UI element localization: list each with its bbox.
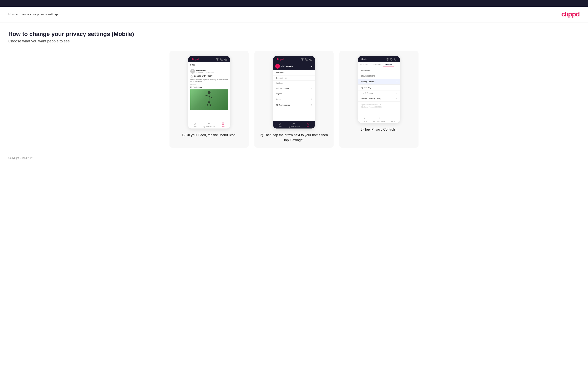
step2-description: 2) Then, tap the arrow next to your name… [259, 133, 329, 143]
menu-overlay: My Profile Connections Settings Help & S… [273, 70, 315, 108]
phone-mockup-2: clippd [273, 56, 315, 128]
svg-point-0 [217, 58, 218, 59]
step1-description: 1) On your Feed, tap the 'Menu' icon. [182, 133, 236, 138]
phone2-logo: clippd [276, 58, 284, 61]
settings-item-myaccount: My Account › [358, 67, 400, 73]
step-2-card: clippd [254, 51, 334, 148]
copyright: Copyright Clippd 2022 [8, 157, 33, 159]
svg-point-13 [302, 58, 303, 59]
phone-mockup-1: clippd Feed [188, 56, 230, 128]
lesson-title: Lesson with Fordy [194, 75, 212, 77]
menu-avatar: B [275, 64, 280, 69]
menu-user-row: B Blair McHarg ∧ [273, 62, 315, 70]
settings-item-dataintegrations: Data Integrations › [358, 73, 400, 79]
logo: clippd [561, 10, 580, 18]
feed-tab: Feed [188, 62, 230, 67]
phone-mockup-3: < Back My Profile [358, 56, 400, 123]
phone1-header: clippd [188, 56, 230, 62]
svg-line-14 [303, 59, 303, 60]
performance-icon [208, 122, 210, 125]
chevron-dataintegrations: › [397, 75, 397, 77]
tab-settings[interactable]: Settings [383, 62, 394, 67]
lesson-duration: Duration [190, 84, 228, 85]
menu-user-left: B Blair McHarg [275, 64, 293, 69]
search-icon [216, 58, 219, 61]
menu-close-icon: ✕ [307, 122, 309, 125]
svg-point-7 [208, 91, 210, 94]
footer3-home: ⌂ Home [358, 117, 372, 122]
ext-icon-help: ↗ [311, 88, 312, 89]
user-icon-2 [305, 58, 308, 61]
svg-line-12 [209, 101, 211, 106]
phone2-body: B Blair McHarg ∧ My Profile Connections [273, 62, 315, 121]
chevron-mygolfbag: › [397, 86, 397, 89]
user-icon-3 [390, 58, 393, 60]
phone3-header: < Back [358, 56, 400, 62]
ext-icon-help3: ↗ [396, 92, 397, 94]
tab-myprofile[interactable]: My Profile [358, 62, 370, 67]
feed-post: B Blair McHarg Yesterday · Sunningdale L… [188, 67, 230, 112]
user-icon [220, 58, 223, 61]
footer: Copyright Clippd 2022 [0, 152, 588, 164]
phone3-back: < Back [361, 58, 366, 60]
version-info: Clippd Client Version: 2022.8.3-3 GQL Se… [358, 102, 400, 110]
tab-connections[interactable]: Connections [370, 62, 383, 67]
header-title: How to change your privacy settings [8, 12, 59, 16]
footer2-home: ⌂ Home [273, 122, 287, 128]
phone2-icons [301, 58, 312, 61]
footer-menu: ☰ Menu [216, 122, 230, 128]
home-icon-3: ⌂ [364, 117, 366, 120]
footer-performance: My Performance [202, 122, 216, 128]
phone3-icons [386, 58, 397, 60]
chevron-privacycontrols: › [397, 81, 397, 83]
menu-item-logout: Logout [273, 91, 315, 96]
performance-icon-2 [293, 122, 295, 125]
post-user-name: Blair McHarg [196, 69, 214, 71]
settings-icon-3 [394, 58, 397, 60]
steps-container: clippd Feed [8, 51, 580, 148]
settings-icon-2 [309, 58, 312, 61]
svg-point-16 [311, 59, 311, 59]
menu-icon: ☰ [222, 122, 224, 125]
golf-image [190, 89, 228, 110]
header: How to change your privacy settings clip… [0, 7, 588, 22]
post-user: B Blair McHarg Yesterday · Sunningdale [190, 69, 228, 74]
home-icon-2: ⌂ [279, 122, 281, 125]
menu-item-myprofile: My Profile [273, 70, 315, 75]
footer3-menu: ☰ Menu [386, 117, 400, 122]
svg-point-4 [225, 58, 226, 60]
svg-line-10 [209, 96, 213, 98]
footer3-performance: My Performance [372, 117, 386, 122]
phone1-body: Feed B Blair McHarg Yesterday · Sunningd… [188, 62, 230, 121]
phone2-footer: ⌂ Home My Performance ✕ Menu [273, 121, 315, 128]
settings-item-privacycontrols: Privacy Controls › [358, 79, 400, 85]
menu-username: Blair McHarg [281, 65, 293, 67]
page-subheading: Choose what you want people to see [8, 39, 580, 43]
main-content: How to change your privacy settings (Mob… [0, 23, 588, 152]
svg-point-20 [395, 59, 396, 59]
menu-icon-3: ☰ [391, 117, 394, 120]
settings-item-mygolfbag: My Golf Bag › [358, 85, 400, 91]
search-icon-3 [386, 58, 389, 60]
lesson-note: Looking to feel like my hands are exitin… [190, 79, 228, 83]
footer2-menu: ✕ Menu [301, 122, 315, 128]
performance-icon-3 [378, 117, 380, 120]
phone3-footer: ⌂ Home My Performance ☰ Menu [358, 115, 400, 123]
step-3-card: < Back My Profile [339, 51, 418, 148]
menu-nav-home: Home ∨ [273, 96, 315, 102]
menu-item-connections: Connections [273, 75, 315, 81]
settings-item-serviceprivacy: Service & Privacy Policy ↗ [358, 96, 400, 102]
footer-home: ⌂ Home [188, 122, 202, 128]
search-icon-2 [301, 58, 304, 61]
top-bar [0, 0, 588, 7]
svg-point-17 [387, 58, 388, 59]
svg-line-1 [218, 59, 218, 60]
svg-line-18 [388, 59, 388, 60]
menu-item-helpsupport: Help & Support ↗ [273, 86, 315, 91]
post-user-sub: Yesterday · Sunningdale [196, 71, 214, 73]
page-heading: How to change your privacy settings (Mob… [8, 31, 580, 37]
svg-point-3 [225, 59, 226, 59]
phone1-icons [216, 58, 227, 61]
settings-icon [225, 58, 227, 61]
step-1-card: clippd Feed [170, 51, 249, 148]
